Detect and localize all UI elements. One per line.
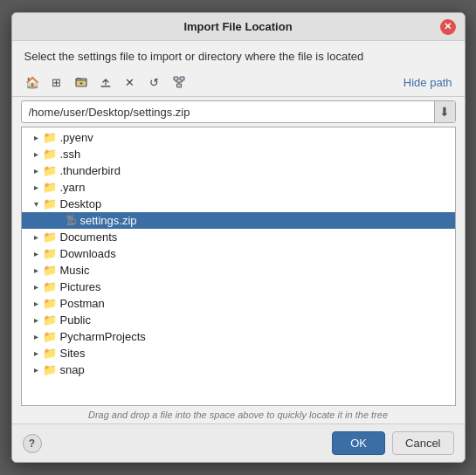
item-label: settings.zip — [80, 214, 137, 227]
action-buttons: OK Cancel — [332, 431, 453, 455]
path-action-button[interactable]: ⬇ — [434, 101, 455, 122]
path-input[interactable] — [22, 102, 434, 122]
parent-folder-button[interactable] — [94, 72, 117, 93]
svg-rect-4 — [180, 77, 184, 80]
list-item[interactable]: ▾📁Desktop — [22, 196, 455, 212]
folder-icon: 📁 — [43, 264, 57, 277]
delete-button[interactable]: ✕ — [119, 72, 141, 93]
title-bar: Import File Location ✕ — [12, 13, 465, 41]
import-file-location-dialog: Import File Location ✕ Select the settin… — [11, 12, 466, 463]
home-button[interactable]: 🏠 — [21, 72, 44, 93]
refresh-button[interactable]: ↺ — [143, 72, 166, 93]
help-button[interactable]: ? — [23, 434, 42, 453]
dialog-title: Import File Location — [23, 20, 454, 33]
svg-rect-5 — [176, 84, 181, 87]
folder-arrow-icon: ▸ — [31, 149, 43, 159]
folder-arrow-icon: ▸ — [31, 332, 43, 341]
list-item[interactable]: ▸📁.ssh — [22, 146, 455, 162]
list-item[interactable]: ▸📁Public — [22, 312, 455, 328]
grid-button[interactable]: ⊞ — [45, 72, 68, 93]
folder-icon: 📁 — [43, 197, 57, 210]
folder-arrow-icon: ▸ — [31, 182, 43, 192]
new-folder-button[interactable] — [70, 72, 93, 93]
folder-arrow-icon: ▸ — [31, 265, 43, 275]
list-item[interactable]: ▸📁PycharmProjects — [22, 328, 455, 345]
folder-arrow-icon: ▾ — [31, 199, 43, 209]
list-item[interactable]: ▸📁Downloads — [22, 245, 455, 262]
folder-arrow-icon: ▸ — [31, 282, 43, 292]
item-label: .yarn — [60, 181, 86, 194]
folder-arrow-icon: ▸ — [31, 166, 43, 176]
file-tree: ▸📁.pyenv▸📁.ssh▸📁.thunderbird▸📁.yarn▾📁Des… — [22, 127, 455, 380]
bottom-bar: ? OK Cancel — [12, 423, 465, 462]
folder-arrow-icon: ▸ — [31, 133, 43, 142]
item-label: Public — [60, 313, 91, 327]
folder-icon: 📁 — [43, 247, 57, 260]
folder-arrow-icon: ▸ — [31, 232, 43, 242]
folder-icon: 📁 — [43, 148, 57, 161]
list-item[interactable]: ▸📁.thunderbird — [22, 162, 455, 179]
item-label: Desktop — [60, 197, 102, 210]
list-item[interactable]: ▸📁Sites — [22, 345, 455, 361]
drag-hint: Drag and drop a file into the space abov… — [12, 406, 465, 423]
folder-icon: 📁 — [43, 164, 57, 177]
toolbar: 🏠 ⊞ ✕ ↺ — [12, 68, 465, 97]
folder-icon: 📁 — [43, 231, 57, 244]
folder-icon: 📁 — [43, 181, 57, 194]
item-label: Music — [60, 264, 90, 277]
item-label: Pictures — [60, 280, 101, 293]
list-item[interactable]: ▸📁Pictures — [22, 279, 455, 295]
item-label: PycharmProjects — [60, 330, 146, 343]
item-label: Downloads — [60, 247, 116, 260]
close-button[interactable]: ✕ — [440, 19, 456, 35]
folder-arrow-icon: ▸ — [31, 299, 43, 308]
folder-icon: 📁 — [43, 363, 57, 376]
path-bar: ⬇ — [21, 100, 456, 123]
item-label: .thunderbird — [60, 164, 121, 177]
folder-icon: 📁 — [43, 280, 57, 293]
list-item[interactable]: ▸📁Postman — [22, 295, 455, 312]
list-item[interactable]: 🗜settings.zip — [22, 212, 455, 229]
list-item[interactable]: ▸📁.pyenv — [22, 129, 455, 146]
item-label: Sites — [60, 347, 86, 360]
item-label: .ssh — [60, 148, 81, 161]
list-item[interactable]: ▸📁Documents — [22, 229, 455, 245]
item-label: snap — [60, 363, 85, 376]
list-item[interactable]: ▸📁snap — [22, 361, 455, 378]
item-label: Documents — [60, 231, 118, 244]
folder-icon: 📁 — [43, 131, 57, 144]
folder-arrow-icon: ▸ — [31, 365, 43, 375]
cancel-button[interactable]: Cancel — [392, 431, 453, 455]
folder-icon: 📁 — [43, 347, 57, 360]
list-item[interactable]: ▸📁Music — [22, 262, 455, 279]
folder-icon: 📁 — [43, 297, 57, 310]
hide-path-button[interactable]: Hide path — [400, 74, 456, 91]
folder-arrow-icon: ▸ — [31, 348, 43, 358]
file-tree-container[interactable]: ▸📁.pyenv▸📁.ssh▸📁.thunderbird▸📁.yarn▾📁Des… — [21, 127, 456, 406]
folder-icon: 📁 — [43, 330, 57, 343]
subtitle-text: Select the settings file to import or di… — [12, 41, 465, 68]
item-label: Postman — [60, 297, 105, 310]
ok-button[interactable]: OK — [332, 431, 385, 455]
folder-icon: 📁 — [43, 313, 57, 327]
item-label: .pyenv — [60, 131, 93, 144]
list-item[interactable]: ▸📁.yarn — [22, 179, 455, 196]
file-icon: 🗜 — [66, 214, 77, 227]
folder-arrow-icon: ▸ — [31, 249, 43, 258]
svg-rect-3 — [174, 77, 178, 80]
folder-arrow-icon: ▸ — [31, 315, 43, 325]
network-button[interactable] — [168, 72, 190, 93]
